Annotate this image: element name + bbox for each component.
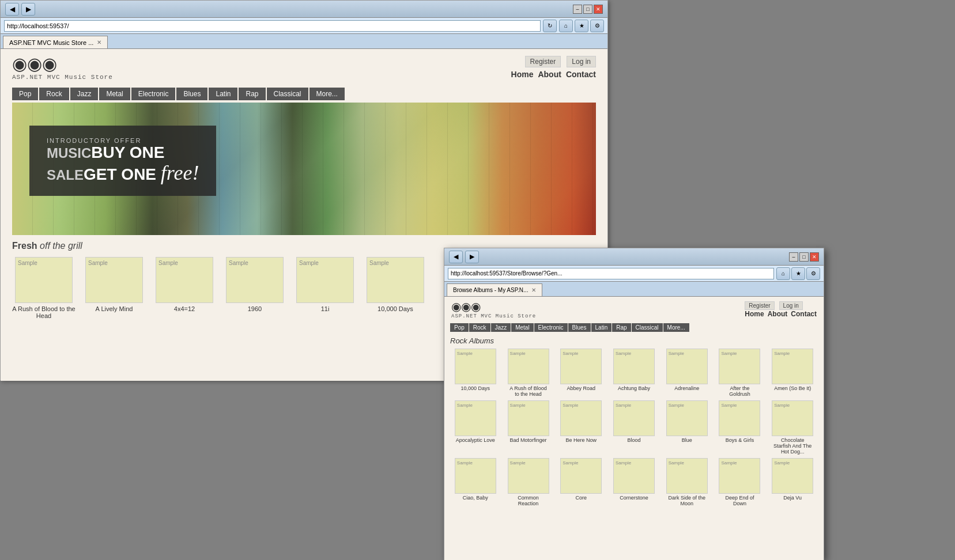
album-img-r2-1[interactable]: Sample (455, 400, 496, 436)
minimize-button[interactable]: – (573, 5, 582, 14)
genre-rock-2[interactable]: Rock (469, 323, 490, 332)
register-link-1[interactable]: Register (525, 56, 561, 67)
genre-pop-1[interactable]: Pop (12, 88, 38, 100)
minimize-button-2[interactable]: – (789, 252, 798, 262)
album-img-r1-4[interactable]: Sample (613, 349, 655, 384)
tab-close-1[interactable]: ✕ (97, 39, 101, 46)
logo-area: ◉◉◉ ASP.NET MVC Music Store (12, 54, 113, 81)
maximize-button[interactable]: □ (583, 5, 592, 14)
album-thumb-0[interactable]: Sample (15, 257, 73, 303)
nav-contact-1[interactable]: Contact (566, 70, 596, 79)
album-img-r3-1[interactable]: Sample (455, 458, 496, 494)
nav-home-2[interactable]: Home (745, 310, 764, 318)
active-tab-2[interactable]: Browse Albums - My ASP.N... ✕ (447, 283, 542, 296)
album-img-r2-4[interactable]: Sample (613, 400, 655, 436)
nav-about-1[interactable]: About (538, 70, 561, 79)
forward-button[interactable]: ▶ (21, 3, 35, 16)
album-img-r3-7[interactable]: Sample (772, 458, 813, 494)
genre-jazz-2[interactable]: Jazz (491, 323, 511, 332)
back-button[interactable]: ◀ (5, 3, 19, 16)
genre-blues-2[interactable]: Blues (568, 323, 591, 332)
album-img-r2-7[interactable]: Sample (772, 400, 813, 436)
album-img-r3-3[interactable]: Sample (560, 458, 602, 494)
genre-classical-2[interactable]: Classical (632, 323, 663, 332)
star-icon[interactable]: ★ (575, 20, 588, 32)
settings-icon-2[interactable]: ⚙ (806, 267, 820, 280)
album-img-r1-5[interactable]: Sample (666, 349, 708, 384)
genre-classical-1[interactable]: Classical (267, 88, 308, 100)
login-link-1[interactable]: Log in (567, 56, 596, 67)
genre-electronic-1[interactable]: Electronic (131, 88, 176, 100)
titlebar-1: ◀ ▶ – □ ✕ (1, 1, 607, 18)
star-icon-2[interactable]: ★ (791, 267, 805, 280)
album-thumb-1[interactable]: Sample (85, 257, 143, 303)
url-input-2[interactable] (448, 268, 774, 279)
url-input-1[interactable] (4, 20, 541, 32)
album-img-r3-5[interactable]: Sample (666, 458, 708, 494)
active-tab-1[interactable]: ASP.NET MVC Music Store ... ✕ (3, 36, 108, 48)
genre-rap-2[interactable]: Rap (612, 323, 631, 332)
album-img-r2-2[interactable]: Sample (508, 400, 549, 436)
album-label-r1-7: Amen (So Be It) (774, 385, 811, 391)
genre-pop-2[interactable]: Pop (450, 323, 469, 332)
album-thumb-2[interactable]: Sample (156, 257, 213, 303)
album-img-r3-6[interactable]: Sample (719, 458, 760, 494)
login-link-2[interactable]: Log in (779, 301, 803, 310)
site-content-2: ◉◉◉ ASP.NET MVC Music Store Register Log… (444, 297, 824, 560)
album-card-3: Sample 1960 (223, 257, 286, 319)
logo-icon: ◉◉◉ (12, 54, 113, 74)
hero-line1-prefix: MUSIC (47, 145, 91, 161)
addressbar-1: ↻ ⌂ ★ ⚙ (1, 18, 607, 34)
genre-nav-2: Pop Rock Jazz Metal Electronic Blues Lat… (444, 322, 824, 333)
album-img-r1-2[interactable]: Sample (508, 349, 549, 384)
forward-button-2[interactable]: ▶ (465, 251, 479, 263)
album-thumb-3[interactable]: Sample (226, 257, 284, 303)
register-link-2[interactable]: Register (745, 301, 774, 310)
genre-more-1[interactable]: More... (309, 88, 345, 100)
genre-rock-1[interactable]: Rock (39, 88, 69, 100)
album-img-r1-1[interactable]: Sample (455, 349, 496, 384)
main-nav-2: Home About Contact (745, 310, 817, 318)
album-label-r1-6: After the Goldrush (719, 385, 760, 397)
nav-home-1[interactable]: Home (511, 70, 534, 79)
browser-window-2: ◀ ▶ – □ ✕ ⌂ ★ ⚙ Browse Albums - My ASP.N… (444, 248, 824, 560)
genre-more-2[interactable]: More... (663, 323, 689, 332)
genre-latin-1[interactable]: Latin (209, 88, 237, 100)
genre-latin-2[interactable]: Latin (591, 323, 612, 332)
album-cell-r1-3: Sample Abbey Road (556, 349, 606, 397)
settings-icon[interactable]: ⚙ (590, 20, 604, 32)
album-cell-r1-1: Sample 10,000 Days (450, 349, 501, 397)
genre-rap-1[interactable]: Rap (239, 88, 265, 100)
genre-blues-1[interactable]: Blues (176, 88, 207, 100)
nav-contact-2[interactable]: Contact (791, 310, 817, 318)
refresh-button[interactable]: ↻ (543, 20, 557, 32)
album-img-r2-6[interactable]: Sample (719, 400, 760, 436)
album-img-r2-5[interactable]: Sample (666, 400, 708, 436)
album-thumb-5[interactable]: Sample (367, 257, 424, 303)
genre-metal-2[interactable]: Metal (511, 323, 533, 332)
maximize-button-2[interactable]: □ (799, 252, 809, 262)
album-img-r2-3[interactable]: Sample (560, 400, 602, 436)
album-img-r3-4[interactable]: Sample (613, 458, 655, 494)
album-thumb-4[interactable]: Sample (296, 257, 354, 303)
titlebar-2: ◀ ▶ – □ ✕ (444, 248, 824, 266)
back-button-2[interactable]: ◀ (449, 251, 463, 263)
tab-close-2[interactable]: ✕ (531, 287, 536, 293)
auth-links-2: Register Log in (745, 301, 817, 310)
main-nav-1: Home About Contact (511, 70, 596, 79)
genre-jazz-1[interactable]: Jazz (70, 88, 99, 100)
album-img-r1-6[interactable]: Sample (719, 349, 760, 384)
genre-electronic-2[interactable]: Electronic (534, 323, 568, 332)
album-cell-r3-2: Sample Common Reaction (503, 458, 554, 506)
home-icon-2[interactable]: ⌂ (776, 267, 790, 280)
genre-metal-1[interactable]: Metal (99, 88, 130, 100)
tabbar-2: Browse Albums - My ASP.N... ✕ (444, 282, 824, 297)
hero-banner-1: INTRODUCTORY OFFER MUSICBUY ONE SALEGET … (12, 103, 596, 235)
album-img-r1-3[interactable]: Sample (560, 349, 602, 384)
album-img-r3-2[interactable]: Sample (508, 458, 549, 494)
nav-about-2[interactable]: About (768, 310, 788, 318)
album-img-r1-7[interactable]: Sample (772, 349, 813, 384)
close-button-2[interactable]: ✕ (810, 252, 819, 262)
home-icon[interactable]: ⌂ (559, 20, 573, 32)
close-button[interactable]: ✕ (594, 5, 603, 14)
